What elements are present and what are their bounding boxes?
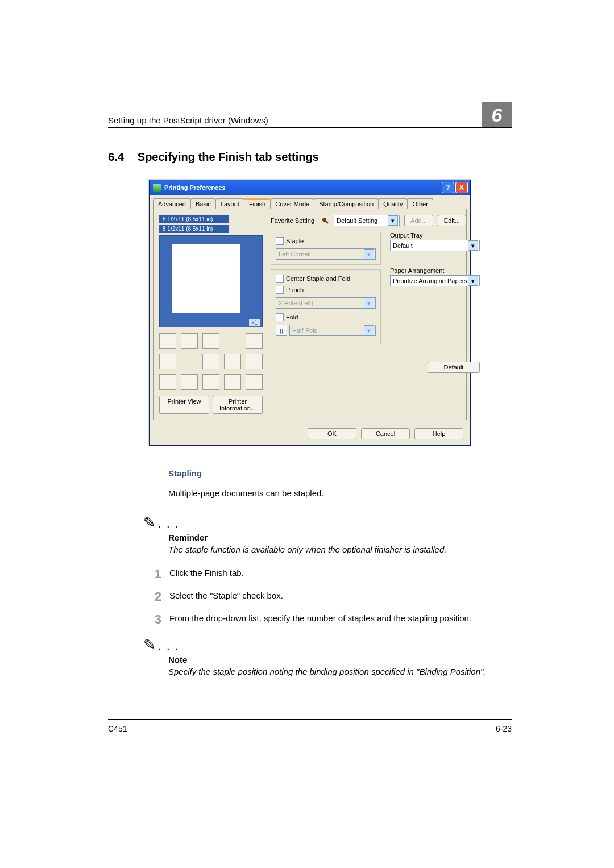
printer-view-button[interactable]: Printer View — [159, 396, 209, 414]
finish-icon-3[interactable] — [202, 333, 219, 349]
tab-stamp[interactable]: Stamp/Composition — [314, 198, 379, 209]
printer-information-button[interactable]: Printer Information... — [213, 396, 263, 414]
note-icon: ✎. . . — [143, 636, 512, 654]
ok-button[interactable]: OK — [308, 428, 356, 439]
finish-icon-7[interactable] — [224, 354, 241, 369]
chevron-down-icon: ▾ — [364, 249, 374, 259]
step-number-3: 3 — [143, 613, 169, 626]
chevron-down-icon: ▾ — [468, 240, 478, 251]
finish-icon-1[interactable] — [159, 333, 176, 349]
reminder-body: The staple function is available only wh… — [168, 545, 512, 554]
punch-checkbox[interactable] — [276, 286, 284, 294]
cancel-button[interactable]: Cancel — [361, 428, 410, 439]
staple-checkbox[interactable] — [276, 237, 284, 245]
fold-preview-icon: ▯ — [276, 325, 287, 336]
finish-icon-6[interactable] — [202, 354, 219, 369]
favorite-setting-select[interactable]: Default Setting ▾ — [334, 215, 400, 226]
reminder-title: Reminder — [168, 533, 512, 542]
output-tray-select[interactable]: Default ▾ — [390, 240, 480, 251]
finish-icon-8[interactable] — [246, 354, 263, 369]
fold-type-value: Half-Fold — [292, 327, 318, 334]
tab-basic[interactable]: Basic — [190, 198, 216, 209]
tab-cover-mode[interactable]: Cover Mode — [270, 198, 314, 209]
step-number-1: 1 — [143, 568, 169, 580]
paper-size-label: 8 1/2x11 (8.5x11 in) — [159, 215, 229, 223]
punch-holes-select[interactable]: 2-Hole (Left) ▾ — [276, 297, 376, 309]
stapling-heading: Stapling — [168, 468, 512, 478]
staple-group: Staple Left Corner ▾ — [271, 232, 381, 265]
help-window-button[interactable]: ? — [442, 182, 454, 193]
fold-type-select[interactable]: Half-Fold ▾ — [289, 325, 376, 336]
output-tray-value: Default — [393, 242, 413, 249]
step-text-3: From the drop-down list, specify the num… — [169, 613, 471, 626]
finish-icon-4[interactable] — [246, 333, 263, 349]
paper-arrangement-label: Paper Arrangement — [390, 267, 480, 274]
finish-icon-9[interactable] — [159, 374, 176, 390]
tab-finish[interactable]: Finish — [244, 198, 271, 209]
tab-quality[interactable]: Quality — [378, 198, 408, 209]
footer-model: C451 — [108, 724, 127, 733]
default-button[interactable]: Default — [428, 362, 480, 373]
close-window-button[interactable]: X — [455, 182, 468, 193]
tab-advanced[interactable]: Advanced — [153, 198, 191, 209]
footer-page-number: 6-23 — [496, 724, 512, 733]
stapling-description: Multiple-page documents can be stapled. — [168, 488, 512, 498]
app-icon — [153, 184, 161, 192]
punch-label: Punch — [286, 286, 304, 293]
wrench-icon — [321, 217, 329, 225]
note-title: Note — [168, 655, 512, 665]
finish-icon-11[interactable] — [202, 374, 219, 390]
staple-position-value: Left Corner — [279, 251, 310, 258]
staple-label: Staple — [286, 238, 304, 244]
fold-label: Fold — [286, 314, 298, 321]
paper-size-label-2: 8 1/2x11 (8.5x11 in) — [159, 225, 229, 233]
punch-holes-value: 2-Hole (Left) — [279, 300, 313, 306]
edit-favorite-button[interactable]: Edit... — [438, 215, 466, 226]
favorite-setting-label: Favorite Setting — [271, 217, 314, 224]
chevron-down-icon: ▾ — [364, 298, 374, 308]
page-preview: x1 — [159, 235, 263, 327]
dialog-title: Printing Preferences — [164, 184, 441, 191]
finish-icon-10[interactable] — [181, 374, 198, 390]
chapter-badge: 6 — [482, 102, 512, 127]
add-favorite-button[interactable]: Add... — [404, 215, 433, 226]
favorite-setting-value: Default Setting — [337, 217, 377, 224]
fold-checkbox[interactable] — [276, 313, 284, 321]
section-number: 6.4 — [108, 151, 124, 163]
step-number-2: 2 — [143, 591, 169, 603]
finish-icon-12[interactable] — [224, 374, 241, 390]
chevron-down-icon: ▾ — [388, 215, 398, 226]
finish-icon-2[interactable] — [181, 333, 198, 349]
note-body: Specify the staple position noting the b… — [168, 667, 512, 676]
tab-layout[interactable]: Layout — [215, 198, 244, 209]
step-text-2: Select the "Staple" check box. — [169, 591, 283, 603]
paper-arrangement-value: Prioritize Arranging Papers — [393, 277, 467, 284]
chevron-down-icon: ▾ — [468, 276, 478, 286]
tab-other[interactable]: Other — [407, 198, 433, 209]
reminder-icon: ✎. . . — [143, 514, 512, 531]
punch-fold-group: Center Staple and Fold Punch 2-Hole (Lef… — [271, 269, 381, 344]
printing-preferences-dialog: Printing Preferences ? X Advanced Basic … — [149, 180, 471, 446]
running-header: Setting up the PostScript driver (Window… — [108, 115, 268, 125]
finish-icon-13[interactable] — [246, 374, 263, 390]
section-title: Specifying the Finish tab settings — [138, 151, 319, 163]
chevron-down-icon: ▾ — [364, 325, 374, 335]
output-tray-label: Output Tray — [390, 232, 480, 239]
finish-icon-5[interactable] — [159, 354, 176, 369]
paper-arrangement-select[interactable]: Prioritize Arranging Papers ▾ — [390, 275, 480, 286]
center-staple-label: Center Staple and Fold — [286, 275, 350, 282]
step-text-1: Click the Finish tab. — [169, 568, 244, 580]
center-staple-checkbox[interactable] — [276, 275, 284, 283]
staple-position-select[interactable]: Left Corner ▾ — [276, 248, 376, 260]
zoom-label: x1 — [249, 319, 260, 326]
help-button[interactable]: Help — [414, 428, 463, 439]
